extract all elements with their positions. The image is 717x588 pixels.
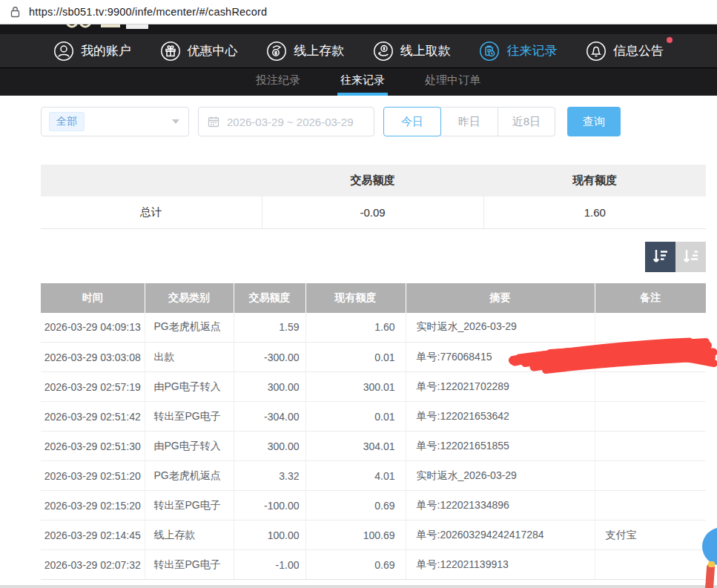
cell-note [595,491,706,521]
records-table: 时间 交易类别 交易额度 现有额度 摘要 备注 2026-03-29 04:09… [41,283,706,581]
summary-table: 交易额度 现有额度 总计 -0.09 1.60 [41,165,706,229]
cell-note [595,313,706,343]
brand-strip [0,24,717,34]
cell-summary: 单号:202603294242417284 [406,521,595,550]
tab-label: 处理中订单 [425,73,480,87]
notification-badge [667,37,673,43]
cell-balance: 1.60 [305,313,406,343]
cell-note [595,550,706,580]
search-button[interactable]: 查询 [567,107,621,136]
cell-time: 2026-03-29 02:07:32 [41,550,145,580]
summary-header-transaction: 交易额度 [262,165,483,196]
quick-button-label: 近8日 [512,115,541,129]
lock-icon [10,6,21,18]
cell-type: 由PG电子转入 [145,432,234,461]
table-row: 2026-03-29 04:09:13 PG老虎机返点 1.59 1.60 实时… [41,313,706,343]
summary-total-row: 总计 -0.09 1.60 [41,196,706,228]
header-note: 备注 [595,283,706,313]
bell-icon [586,41,607,62]
header-summary: 摘要 [406,283,595,313]
summary-total-label: 总计 [41,196,262,228]
cell-type: PG老虎机返点 [145,461,234,491]
tab-label: 往来记录 [340,73,385,87]
date-range-picker[interactable]: 2026-03-29 ~ 2026-03-29 [198,107,374,136]
cell-amount: 100.00 [234,521,305,550]
cell-summary: 实时返水_2026-03-29 [406,461,595,491]
filter-bar: 全部 2026-03-29 ~ 2026-03-29 今日 昨日 近8日 查询 [41,107,717,136]
selected-type-tag[interactable]: 全部 [49,112,85,131]
cell-amount: -100.00 [234,491,305,521]
table-row: 2026-03-29 03:03:08 出款 -300.00 0.01 单号:7… [41,343,706,372]
quick-button-label: 昨日 [458,115,480,129]
cell-amount: 300.00 [234,432,305,461]
table-row: 2026-03-29 02:51:20 PG老虎机返点 3.32 4.01 实时… [41,461,706,491]
records-header-row: 时间 交易类别 交易额度 现有额度 摘要 备注 [41,283,706,313]
summary-transaction-total: -0.09 [262,196,483,228]
url-text[interactable]: https://sb051.tv:9900/infe/mcenter/#/cas… [29,6,267,18]
tab-label: 投注纪录 [256,73,300,87]
summary-header-balance: 现有额度 [483,165,706,196]
sort-descending-button[interactable] [645,242,675,272]
bottom-divider [0,585,717,588]
cell-note [595,372,706,402]
cell-type: 线上存款 [145,521,234,550]
cell-balance: 304.01 [305,432,406,461]
cell-time: 2026-03-29 02:51:42 [41,402,145,432]
cell-type: 出款 [145,343,234,372]
sort-ascending-button[interactable] [675,242,706,272]
cell-note [595,461,706,491]
cell-time: 2026-03-29 02:51:20 [41,461,145,491]
quick-button-label: 今日 [401,115,423,129]
cell-type: PG老虎机返点 [145,313,234,343]
withdraw-icon [373,41,394,62]
yesterday-button[interactable]: 昨日 [440,107,498,136]
cell-summary: 单号:122021702289 [406,372,595,402]
cell-note [595,343,706,372]
nav-label: 优惠中心 [188,42,238,59]
type-select[interactable]: 全部 [41,107,189,136]
table-row: 2026-03-29 02:57:19 由PG电子转入 300.00 300.0… [41,372,706,402]
cell-summary: 单号:776068415 [406,343,595,372]
cell-amount: -1.00 [234,550,305,580]
calendar-icon [208,116,219,128]
tab-pending-orders[interactable]: 处理中订单 [422,68,483,96]
nav-item-deposit[interactable]: 线上存款 [266,41,344,62]
cell-amount: -304.00 [234,402,305,432]
nav-item-transaction-records[interactable]: 往来记录 [479,41,557,62]
cell-note [595,402,706,432]
cell-type: 转出至PG电子 [145,491,234,521]
table-row: 2026-03-29 02:51:42 转出至PG电子 -304.00 0.01… [41,402,706,432]
nav-item-my-account[interactable]: 我的账户 [53,41,131,62]
sub-nav: 投注纪录 往来记录 处理中订单 [0,68,717,96]
browser-address-bar[interactable]: https://sb051.tv:9900/infe/mcenter/#/cas… [0,0,717,24]
header-balance: 现有额度 [305,283,406,313]
cell-amount: 300.00 [234,372,305,402]
cell-time: 2026-03-29 02:15:20 [41,491,145,521]
cell-time: 2026-03-29 02:14:45 [41,521,145,550]
nav-item-promotions[interactable]: 优惠中心 [160,41,238,62]
records-icon [479,41,500,62]
last-8-days-button[interactable]: 近8日 [498,107,555,136]
header-time: 时间 [41,283,145,313]
table-row: 2026-03-29 02:15:20 转出至PG电子 -100.00 0.69… [41,491,706,521]
sort-controls [41,242,706,272]
nav-item-withdraw[interactable]: 线上取款 [373,41,451,62]
cell-summary: 单号:122021651855 [406,432,595,461]
nav-item-announcements[interactable]: 信息公告 [586,41,664,62]
cell-summary: 实时返水_2026-03-29 [406,313,595,343]
cell-amount: -300.00 [234,343,305,372]
summary-header-row: 交易额度 现有额度 [41,165,706,196]
nav-label: 往来记录 [506,42,557,59]
cell-balance: 100.69 [305,521,406,550]
header-amount: 交易额度 [234,283,305,313]
cell-amount: 1.59 [234,313,305,343]
nav-label: 线上取款 [400,42,451,59]
header-type: 交易类别 [145,283,234,313]
chevron-down-icon [172,119,179,124]
deposit-icon [266,41,287,62]
tab-bet-records[interactable]: 投注纪录 [253,68,303,96]
tab-transaction-records[interactable]: 往来记录 [337,68,388,96]
cell-type: 由PG电子转入 [145,372,234,402]
today-button[interactable]: 今日 [383,107,441,136]
nav-label: 线上存款 [294,42,344,59]
